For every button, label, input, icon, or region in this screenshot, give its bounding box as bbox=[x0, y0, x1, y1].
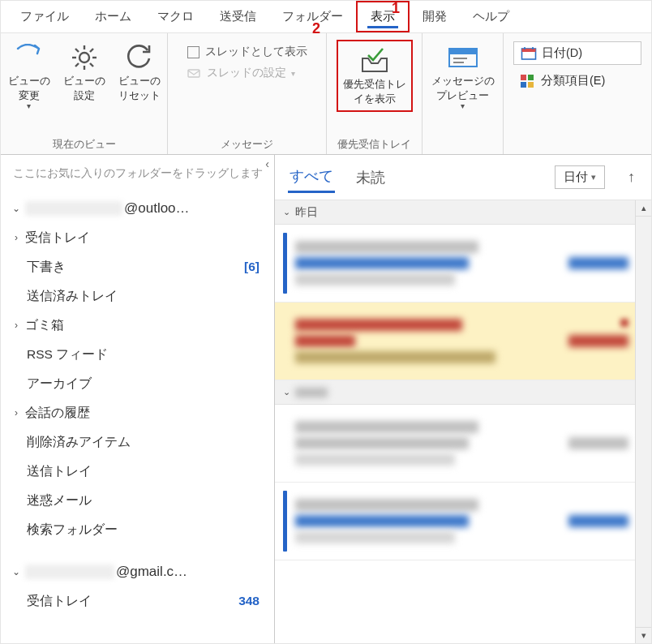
mail-item[interactable] bbox=[275, 225, 651, 303]
inbox-check-icon bbox=[358, 45, 391, 77]
change-view-button[interactable]: ビューの 変更 ▾ bbox=[3, 40, 55, 112]
folder-label: 送信トレイ bbox=[27, 463, 266, 480]
chevron-right-icon: › bbox=[9, 232, 24, 243]
ribbon-group-label-message: メッセージ bbox=[221, 135, 273, 154]
chevron-down-icon: ⌄ bbox=[9, 203, 24, 214]
account-row[interactable]: ⌄ @outloo… bbox=[9, 194, 266, 223]
date-group-header[interactable]: ⌄ bbox=[275, 380, 651, 405]
calendar-icon bbox=[521, 46, 537, 61]
change-view-icon bbox=[15, 41, 44, 74]
folder-tree: ⌄ @outloo… › 受信トレイ 下書き [6] 送信済みトレイ › ゴミ箱… bbox=[1, 189, 274, 643]
chevron-down-icon: ▾ bbox=[27, 101, 31, 112]
folder-label: ゴミ箱 bbox=[25, 317, 266, 334]
folder-inbox[interactable]: › 受信トレイ bbox=[9, 223, 266, 252]
folder-label: 下書き bbox=[27, 259, 236, 276]
redacted-text bbox=[295, 388, 328, 397]
ribbon-group-message: スレッドとして表示 スレッドの設定 ▾ メッセージ bbox=[168, 33, 327, 154]
unread-bar bbox=[283, 491, 287, 552]
tab-macro[interactable]: マクロ bbox=[144, 2, 207, 31]
arrange-by-category[interactable]: 分類項目(E) bbox=[513, 70, 641, 92]
focused-inbox-button[interactable]: 優先受信トレ イを表示 bbox=[337, 40, 413, 112]
folder-count: [6] bbox=[238, 260, 266, 274]
folder-deleted[interactable]: 削除済みアイテム bbox=[9, 427, 266, 457]
sort-button[interactable]: 日付 ▾ bbox=[555, 165, 605, 189]
folder-nav: ‹ ここにお気に入りのフォルダーをドラッグします ⌄ @outloo… › 受信… bbox=[1, 155, 275, 643]
scrollbar[interactable]: ▴ ▾ bbox=[635, 200, 651, 643]
tab-file[interactable]: ファイル bbox=[7, 2, 82, 31]
chevron-right-icon: › bbox=[9, 320, 24, 331]
folder-archive[interactable]: アーカイブ bbox=[9, 369, 266, 398]
folder-label: 迷惑メール bbox=[27, 492, 266, 509]
mail-item[interactable] bbox=[275, 405, 651, 483]
folder-drafts[interactable]: 下書き [6] bbox=[9, 252, 266, 281]
svg-rect-21 bbox=[528, 82, 534, 88]
message-preview-label: メッセージの プレビュー bbox=[431, 74, 495, 102]
filter-unread-tab[interactable]: 未読 bbox=[354, 163, 387, 192]
folder-rss[interactable]: RSS フィード bbox=[9, 340, 266, 369]
reset-icon bbox=[126, 41, 153, 74]
preview-icon bbox=[448, 41, 478, 74]
folder-label: アーカイブ bbox=[27, 376, 266, 393]
ribbon-group-focused: 2 優先受信トレ イを表示 優先受信トレイ bbox=[327, 33, 423, 154]
thread-settings-label: スレッドの設定 bbox=[207, 66, 286, 80]
date-group-label: 昨日 bbox=[295, 205, 318, 220]
mail-item[interactable] bbox=[275, 483, 651, 560]
view-settings-label: ビューの 設定 bbox=[63, 74, 105, 102]
message-preview-button[interactable]: メッセージの プレビュー ▾ bbox=[427, 40, 500, 112]
scroll-up-button[interactable]: ▴ bbox=[636, 200, 651, 217]
folder-conversation-history[interactable]: › 会話の履歴 bbox=[9, 398, 266, 427]
tab-dev[interactable]: 開発 bbox=[410, 2, 460, 31]
chevron-down-icon: ⌄ bbox=[283, 207, 290, 217]
scroll-down-button[interactable]: ▾ bbox=[636, 627, 651, 643]
arrange-by-date[interactable]: 日付(D) bbox=[513, 41, 641, 65]
menubar: ファイル ホーム マクロ 送受信 フォルダー 表示 開発 ヘルプ 1 bbox=[1, 1, 651, 33]
chevron-down-icon: ▾ bbox=[591, 172, 596, 182]
folder-label: 受信トレイ bbox=[25, 230, 266, 247]
category-icon bbox=[520, 74, 536, 88]
unread-bar bbox=[283, 233, 287, 294]
folder-trash[interactable]: › ゴミ箱 bbox=[9, 311, 266, 340]
sort-label: 日付 bbox=[564, 170, 588, 185]
view-reset-label: ビューの リセット bbox=[118, 74, 161, 102]
favorites-hint: ここにお気に入りのフォルダーをドラッグします bbox=[1, 155, 274, 189]
account-name: @outloo… bbox=[124, 200, 266, 217]
chevron-right-icon: › bbox=[9, 407, 24, 419]
svg-rect-20 bbox=[521, 82, 526, 88]
view-settings-button[interactable]: ビューの 設定 bbox=[58, 40, 110, 102]
account-row[interactable]: ⌄ @gmail.c… bbox=[9, 557, 266, 586]
sort-direction-button[interactable]: ↑ bbox=[624, 169, 638, 186]
show-as-thread-checkbox[interactable]: スレッドとして表示 bbox=[187, 45, 307, 59]
folder-label: 会話の履歴 bbox=[25, 405, 266, 422]
folder-search[interactable]: 検索フォルダー bbox=[9, 515, 266, 544]
svg-rect-9 bbox=[188, 70, 199, 77]
svg-rect-19 bbox=[528, 75, 534, 80]
folder-inbox[interactable]: 受信トレイ 348 bbox=[9, 586, 266, 616]
tab-view[interactable]: 表示 bbox=[356, 1, 410, 32]
tab-help[interactable]: ヘルプ bbox=[460, 2, 522, 31]
nav-collapse-button[interactable]: ‹ bbox=[265, 157, 269, 170]
svg-line-8 bbox=[90, 49, 93, 52]
ribbon-group-label-focused: 優先受信トレイ bbox=[337, 135, 411, 154]
filter-all-tab[interactable]: すべて bbox=[288, 161, 335, 193]
ribbon-group-label-arrange bbox=[576, 135, 578, 154]
account-name: @gmail.c… bbox=[116, 564, 266, 580]
date-group-header[interactable]: ⌄ 昨日 bbox=[275, 200, 651, 225]
folder-outbox[interactable]: 送信トレイ bbox=[9, 457, 266, 486]
folder-sent[interactable]: 送信済みトレイ bbox=[9, 281, 266, 311]
redacted-text bbox=[25, 201, 122, 216]
callout-2: 2 bbox=[312, 20, 320, 37]
message-list-pane: すべて 未読 日付 ▾ ↑ ⌄ 昨日 bbox=[275, 155, 651, 643]
folder-label: 受信トレイ bbox=[27, 593, 230, 610]
tab-sendrecv[interactable]: 送受信 bbox=[207, 2, 269, 31]
folder-label: 検索フォルダー bbox=[27, 522, 266, 539]
svg-rect-11 bbox=[449, 49, 477, 54]
tab-home[interactable]: ホーム bbox=[82, 2, 144, 31]
mail-item[interactable] bbox=[275, 303, 651, 380]
message-list-header: すべて 未読 日付 ▾ ↑ bbox=[275, 155, 651, 200]
folder-junk[interactable]: 迷惑メール bbox=[9, 486, 266, 515]
svg-rect-18 bbox=[521, 75, 526, 80]
ribbon-group-label-view: 現在のビュー bbox=[53, 135, 116, 154]
chevron-down-icon: ⌄ bbox=[9, 566, 24, 577]
chevron-down-icon: ⌄ bbox=[283, 387, 290, 397]
view-reset-button[interactable]: ビューの リセット bbox=[114, 40, 165, 102]
